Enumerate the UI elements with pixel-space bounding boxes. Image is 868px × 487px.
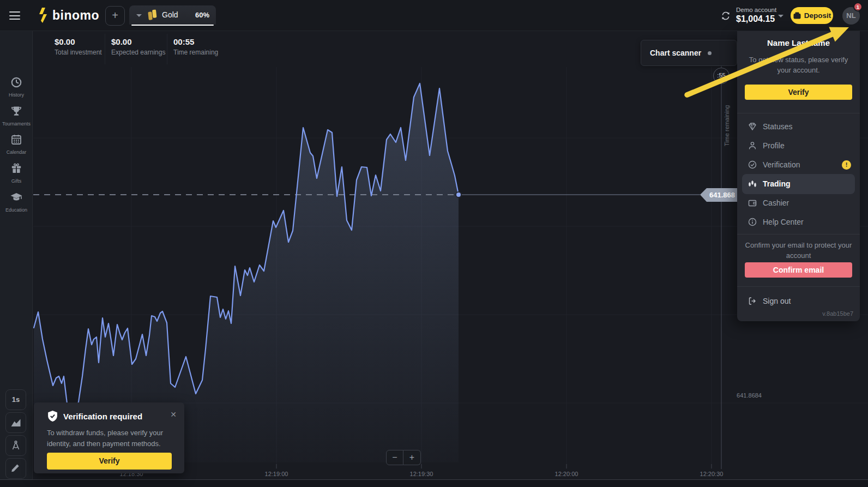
price-axis-tick: 641.8684 — [728, 392, 762, 399]
menu-item-trading[interactable]: Trading — [737, 175, 860, 194]
deadline-axis-label: Time remaining — [724, 86, 730, 146]
menu-divider — [737, 234, 860, 235]
chart-type-button[interactable] — [5, 412, 26, 433]
menu-item-label: Statuses — [763, 117, 792, 136]
deposit-button[interactable]: Deposit — [791, 7, 833, 24]
stat-label: Expected earnings — [111, 49, 165, 56]
verification-required-popup: Verification required ✕ To withdraw fund… — [34, 402, 184, 473]
chart-scanner-widget[interactable]: Chart scanner — [641, 40, 737, 66]
drawing-tools-button[interactable] — [5, 458, 26, 479]
graduation-cap-icon — [10, 191, 23, 204]
clock-icon — [10, 76, 23, 89]
trade-deadline-timer: :55 — [713, 68, 730, 84]
menu-verify-button[interactable]: Verify — [745, 85, 852, 100]
deposit-label: Deposit — [804, 11, 831, 20]
popup-verify-button[interactable]: Verify — [47, 453, 172, 470]
popup-title: Verification required — [63, 412, 142, 421]
interval-selector-button[interactable]: 1s — [5, 389, 26, 410]
svg-text:641.868: 641.868 — [709, 191, 735, 199]
menu-item-cashier[interactable]: Cashier — [737, 194, 860, 213]
menu-item-verification[interactable]: Verification ! — [737, 155, 860, 175]
notification-badge: 1 — [853, 2, 863, 11]
left-sidebar: History Tournaments Calendar — [0, 31, 33, 479]
verification-warning-badge: ! — [842, 160, 851, 170]
sidebar-item-tournaments[interactable]: Tournaments — [0, 105, 33, 127]
indicators-button[interactable] — [5, 435, 26, 456]
asset-tab-gold[interactable]: Gold 60% — [129, 5, 216, 25]
window-bottom-edge — [0, 479, 868, 487]
asset-name: Gold — [162, 5, 178, 25]
account-type: Demo account — [736, 7, 776, 13]
sign-out-icon — [748, 296, 757, 306]
sidebar-item-gifts[interactable]: Gifts — [0, 162, 33, 184]
status-hint-text: To get new status, please verify your ac… — [744, 55, 853, 76]
refresh-balance-icon[interactable] — [721, 11, 731, 23]
user-name: Name Lastname — [737, 38, 860, 47]
chevron-down-icon[interactable] — [778, 15, 783, 17]
menu-item-label: Cashier — [763, 194, 789, 213]
lightning-bolt-icon — [37, 7, 49, 23]
sidebar-item-label: Calendar — [0, 149, 33, 155]
menu-item-label: Trading — [763, 175, 791, 194]
app-version: v.8ab15be7 — [822, 310, 853, 317]
stat-label: Time remaining — [173, 49, 218, 56]
menu-item-label: Help Center — [763, 213, 804, 232]
stat-time-remaining: 00:55 Time remaining — [173, 37, 218, 56]
sidebar-item-education[interactable]: Education — [0, 191, 33, 213]
chart-zoom-controls: − + — [386, 450, 421, 465]
binomo-trading-app: 641.868 $0.00 Total investment $0.00 Exp… — [0, 0, 868, 487]
chart-scanner-label: Chart scanner — [650, 49, 701, 57]
sidebar-item-calendar[interactable]: Calendar — [0, 133, 33, 155]
stat-value: $0.00 — [111, 37, 165, 46]
wallet-icon — [793, 11, 801, 20]
chevron-down-icon[interactable] — [136, 14, 142, 17]
stat-label: Total investment — [55, 49, 102, 56]
menu-divider — [737, 286, 860, 287]
menu-item-profile[interactable]: Profile — [737, 136, 860, 155]
gift-icon — [10, 162, 23, 175]
gold-bars-icon — [147, 9, 160, 22]
stat-expected-earnings: $0.00 Expected earnings — [111, 37, 165, 56]
zoom-out-button[interactable]: − — [386, 450, 403, 465]
sidebar-item-label: Education — [0, 207, 33, 213]
check-circle-icon — [748, 160, 757, 170]
sidebar-item-label: Gifts — [0, 178, 33, 184]
wallet-icon — [748, 198, 757, 208]
menu-item-label: Profile — [763, 136, 785, 155]
candlestick-icon — [748, 179, 757, 189]
pencil-icon — [9, 462, 22, 475]
gem-icon — [748, 122, 757, 131]
email-hint-text: Confirm your email to protect your accou… — [744, 241, 853, 261]
account-balance: $1,004.15 — [736, 14, 776, 24]
compass-icon — [9, 439, 22, 452]
menu-item-label: Verification — [763, 155, 800, 175]
account-dropdown-menu: Name Lastname To get new status, please … — [737, 31, 860, 321]
info-circle-icon — [748, 217, 757, 227]
time-axis-label: 12:19:00 — [255, 471, 298, 477]
top-bar: binomo + Gold 60% Demo account $1,004.15 — [0, 0, 868, 31]
close-icon[interactable]: ✕ — [170, 410, 177, 419]
calendar-icon — [10, 133, 23, 146]
trophy-icon — [10, 105, 23, 118]
person-icon — [748, 141, 757, 151]
time-axis-label: 12:19:30 — [400, 471, 443, 477]
asset-payout: 60% — [195, 5, 209, 25]
menu-divider — [737, 113, 860, 113]
sign-out-label: Sign out — [763, 292, 791, 310]
time-axis-label: 12:20:00 — [545, 471, 588, 477]
confirm-email-button[interactable]: Confirm email — [745, 262, 852, 278]
sidebar-item-history[interactable]: History — [0, 76, 33, 98]
zoom-in-button[interactable]: + — [403, 450, 421, 465]
popup-body-text: To withdraw funds, please verify your id… — [47, 428, 175, 449]
add-asset-tab-button[interactable]: + — [105, 6, 125, 26]
account-switcher[interactable]: Demo account $1,004.15 — [736, 7, 776, 24]
binomo-logo: binomo — [37, 7, 99, 23]
sidebar-item-label: History — [0, 92, 33, 98]
menu-item-help-center[interactable]: Help Center — [737, 213, 860, 232]
hamburger-menu-icon[interactable] — [9, 11, 20, 20]
menu-item-statuses[interactable]: Statuses — [737, 117, 860, 136]
stat-value: $0.00 — [55, 37, 102, 46]
scanner-status-dot-icon — [708, 51, 712, 55]
sign-out-button[interactable]: Sign out — [737, 292, 860, 310]
area-chart-icon — [9, 416, 22, 429]
